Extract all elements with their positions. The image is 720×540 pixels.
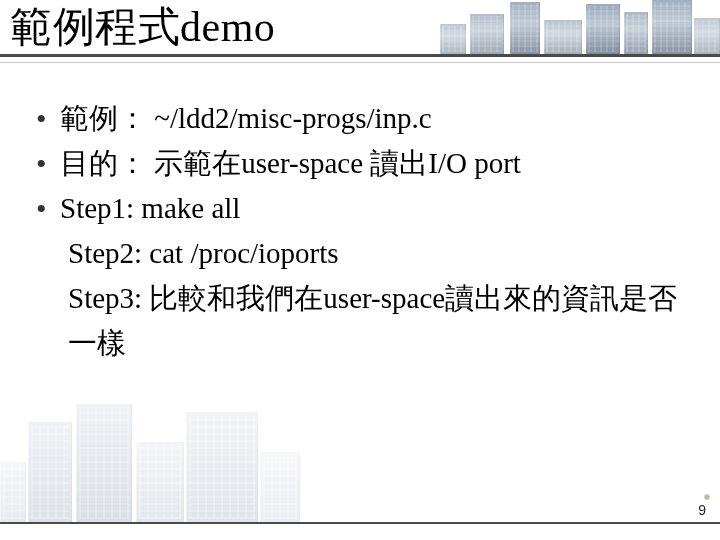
bullet-example: 範例： ~/ldd2/misc-progs/inp.c [32,96,688,141]
footer-rule [0,522,720,524]
slide-title: 範例程式demo [10,4,275,50]
footer-skyline-graphic [0,402,300,522]
bullet-step2-text: Step2: cat /proc/ioports [40,231,688,276]
slide-body: 範例： ~/ldd2/misc-progs/inp.c 目的： 示範在user-… [32,96,688,366]
header-skyline-graphic [440,0,720,54]
bullet-step3-text: Step3: 比較和我們在user-space讀出來的資訊是否一樣 [40,276,688,366]
footer-decorative-dot [704,494,710,500]
bullet-purpose-text: 目的： 示範在user-space 讀出I/O port [60,147,521,179]
title-rule-light [0,62,720,63]
title-area: 範例程式demo [0,0,720,72]
title-rule-dark [0,54,720,57]
bullet-steps: Step1: make all [32,186,688,231]
bullet-example-text: 範例： ~/ldd2/misc-progs/inp.c [60,102,432,134]
page-number: 9 [698,502,706,518]
bullet-purpose: 目的： 示範在user-space 讀出I/O port [32,141,688,186]
bullet-step1-text: Step1: make all [60,192,240,224]
slide: 範例程式demo 範例： ~/ldd2/misc-progs/inp.c 目的：… [0,0,720,540]
